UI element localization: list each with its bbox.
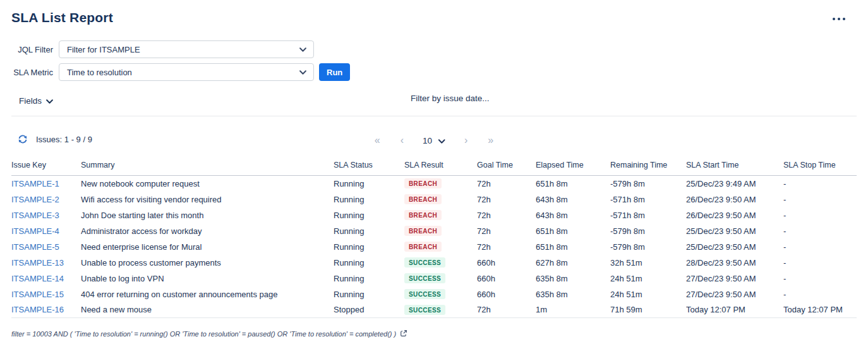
open-filter-link[interactable] (400, 329, 407, 337)
sla-stop-time-cell: - (783, 271, 857, 286)
prev-page-button[interactable]: ‹ (390, 133, 414, 148)
sla-stop-time-cell: - (783, 239, 857, 255)
issue-key-cell: ITSAMPLE-15 (11, 286, 81, 302)
refresh-icon (17, 133, 28, 145)
sla-stop-time-cell: - (783, 223, 857, 239)
table-row: ITSAMPLE-16Need a new mouseStoppedSUCCES… (11, 302, 857, 318)
sla-status-cell: Running (334, 176, 404, 192)
sla-stop-time-cell: - (783, 286, 857, 302)
sla-metric-select[interactable]: Time to resolution (59, 63, 314, 81)
refresh-button[interactable] (17, 133, 28, 147)
more-menu-button[interactable] (830, 15, 848, 23)
sla-start-time-cell: 28/Dec/23 9:50 AM (686, 255, 783, 271)
sla-start-time-cell: 25/Dec/23 9:50 AM (686, 239, 783, 255)
issue-key-link[interactable]: ITSAMPLE-1 (11, 179, 59, 188)
sla-start-time-cell: 25/Dec/23 9:49 AM (686, 176, 783, 192)
next-page-button[interactable]: › (454, 133, 478, 148)
sla-result-cell: SUCCESS (404, 302, 477, 318)
table-body: ITSAMPLE-1New notebook computer requestR… (11, 176, 857, 318)
goal-time-cell: 72h (477, 302, 536, 318)
sla-start-time-cell: 26/Dec/23 9:50 AM (686, 192, 783, 207)
issue-key-link[interactable]: ITSAMPLE-4 (11, 226, 59, 236)
sla-start-time-cell: 26/Dec/23 9:50 AM (686, 207, 783, 223)
sla-list-report-page: SLA List Report JQL Filter Filter for IT… (0, 0, 868, 363)
external-link-icon (400, 329, 407, 337)
sla-start-time-cell: 25/Dec/23 9:50 AM (686, 223, 783, 239)
sla-result-cell: BREACH (404, 223, 477, 239)
table-row: ITSAMPLE-2Wifi access for visiting vendo… (11, 192, 857, 207)
first-page-button[interactable]: « (365, 133, 390, 148)
goal-time-cell: 72h (477, 192, 536, 207)
column-header: Goal Time (477, 157, 536, 176)
sla-result-cell: SUCCESS (404, 255, 477, 271)
sla-result-badge: BREACH (404, 194, 442, 204)
divider (11, 116, 857, 116)
table-header-row: Issue KeySummarySLA StatusSLA ResultGoal… (11, 157, 857, 176)
page-size-select[interactable]: 10 (414, 136, 454, 145)
sla-result-badge: SUCCESS (404, 273, 445, 283)
sla-result-cell: BREACH (404, 192, 477, 207)
sla-result-badge: BREACH (404, 210, 442, 220)
fields-dropdown-toggle[interactable]: Fields (19, 96, 53, 106)
elapsed-time-cell: 643h 8m (536, 207, 610, 223)
table-row: ITSAMPLE-15404 error returning on custom… (11, 286, 857, 302)
issue-key-link[interactable]: ITSAMPLE-2 (11, 195, 59, 204)
sla-result-cell: SUCCESS (404, 271, 477, 286)
chevron-down-icon (299, 47, 306, 52)
issue-key-link[interactable]: ITSAMPLE-16 (11, 305, 64, 314)
sla-table: Issue KeySummarySLA StatusSLA ResultGoal… (11, 157, 857, 318)
goal-time-cell: 72h (477, 223, 536, 239)
issue-key-link[interactable]: ITSAMPLE-13 (11, 258, 64, 268)
ellipsis-icon (833, 18, 845, 20)
jql-filter-value: Filter for ITSAMPLE (67, 45, 140, 54)
issue-key-link[interactable]: ITSAMPLE-14 (11, 274, 64, 283)
elapsed-time-cell: 651h 8m (536, 239, 610, 255)
jql-filter-row: JQL Filter Filter for ITSAMPLE (11, 40, 857, 58)
issue-key-cell: ITSAMPLE-5 (11, 239, 81, 255)
sla-status-cell: Running (334, 271, 404, 286)
sla-result-badge: BREACH (404, 242, 442, 252)
issue-key-cell: ITSAMPLE-14 (11, 271, 81, 286)
sla-status-cell: Running (334, 255, 404, 271)
issue-date-filter-input[interactable] (411, 94, 613, 103)
title-bar: SLA List Report (11, 10, 857, 25)
issue-key-link[interactable]: ITSAMPLE-3 (11, 211, 59, 220)
summary-cell: John Doe starting later this month (81, 207, 334, 223)
table-row: ITSAMPLE-4Administrator access for workd… (11, 223, 857, 239)
sla-start-time-cell: 27/Dec/23 9:50 AM (686, 286, 783, 302)
remaining-time-cell: -571h 8m (610, 207, 686, 223)
run-button[interactable]: Run (319, 63, 350, 81)
issue-key-cell: ITSAMPLE-3 (11, 207, 81, 223)
sla-result-badge: BREACH (404, 226, 442, 236)
remaining-time-cell: 24h 51m (610, 286, 686, 302)
issue-key-cell: ITSAMPLE-2 (11, 192, 81, 207)
issue-key-link[interactable]: ITSAMPLE-15 (11, 290, 64, 299)
sla-status-cell: Stopped (334, 302, 404, 318)
issue-key-cell: ITSAMPLE-16 (11, 302, 81, 318)
fields-label: Fields (19, 96, 42, 106)
sla-start-time-cell: 27/Dec/23 9:50 AM (686, 271, 783, 286)
issue-key-cell: ITSAMPLE-4 (11, 223, 81, 239)
sla-status-cell: Running (334, 192, 404, 207)
goal-time-cell: 660h (477, 271, 536, 286)
filter-form: JQL Filter Filter for ITSAMPLE SLA Metri… (11, 40, 857, 81)
jql-filter-label: JQL Filter (11, 45, 53, 54)
goal-time-cell: 72h (477, 176, 536, 192)
elapsed-time-cell: 651h 8m (536, 176, 610, 192)
remaining-time-cell: -579h 8m (610, 239, 686, 255)
column-header: SLA Result (404, 157, 477, 176)
sla-result-badge: SUCCESS (404, 305, 445, 315)
sla-stop-time-cell: - (783, 192, 857, 207)
jql-filter-select[interactable]: Filter for ITSAMPLE (59, 40, 314, 58)
table-row: ITSAMPLE-3John Doe starting later this m… (11, 207, 857, 223)
page-title: SLA List Report (11, 10, 113, 25)
issues-count: Issues: 1 - 9 / 9 (36, 135, 92, 144)
remaining-time-cell: -571h 8m (610, 192, 686, 207)
elapsed-time-cell: 627h 8m (536, 255, 610, 271)
goal-time-cell: 660h (477, 255, 536, 271)
sla-result-cell: BREACH (404, 176, 477, 192)
issue-key-link[interactable]: ITSAMPLE-5 (11, 242, 59, 252)
goal-time-cell: 72h (477, 239, 536, 255)
last-page-button[interactable]: » (478, 133, 503, 148)
sla-metric-label: SLA Metric (11, 68, 53, 77)
